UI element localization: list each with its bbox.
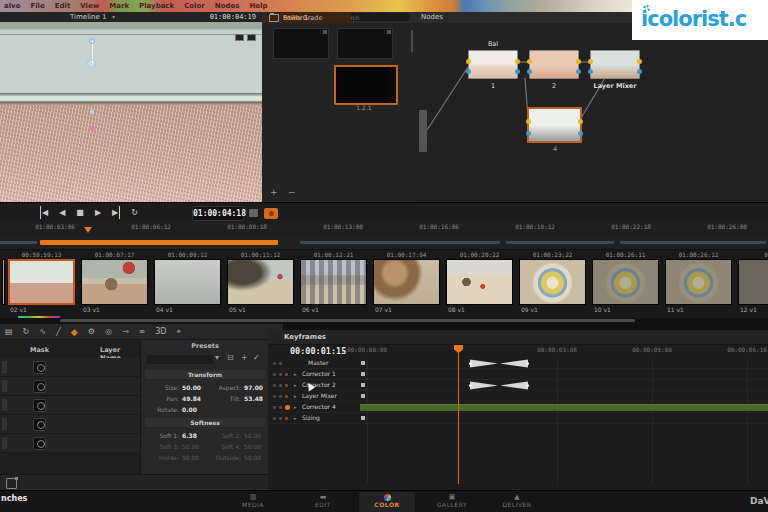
pencil-icon[interactable]: ╱ [56, 324, 61, 340]
rgb-input-dot[interactable] [466, 59, 471, 64]
clip-thumbnail[interactable]: 01:00:17:04 07 v1 [373, 250, 440, 318]
preset-select[interactable] [147, 355, 213, 364]
clip-thumbnail[interactable]: 01:00:26:12 11 v1 [665, 250, 732, 318]
menu-item[interactable]: Playback [139, 0, 174, 12]
key-icon[interactable]: ⊸ [122, 324, 129, 340]
clip-thumbnail[interactable]: 00:59:59:13 02 v1 [8, 250, 75, 318]
track-enable-icon[interactable] [279, 362, 282, 365]
track-enable-icon[interactable] [279, 395, 282, 398]
power-window-softness-point[interactable] [90, 126, 95, 131]
keyframe-dot[interactable] [361, 394, 365, 398]
clip-image[interactable] [665, 259, 732, 305]
apply-preset-icon[interactable]: ✓ [253, 353, 260, 362]
current-clip-range[interactable] [40, 240, 278, 245]
rgb-input-dot[interactable] [526, 119, 531, 124]
gallery-still-slot[interactable] [337, 28, 393, 59]
field-value[interactable]: 0.00 [182, 404, 197, 415]
clip-image[interactable] [8, 259, 75, 305]
field-value[interactable]: 50.00 [244, 452, 261, 463]
circle-icon[interactable]: ◎ [105, 324, 112, 340]
timeline-dropdown-icon[interactable]: ▾ [112, 13, 115, 20]
source-node[interactable] [419, 110, 427, 152]
mask-toggle-button[interactable] [33, 399, 46, 412]
track-enable-icon[interactable] [279, 406, 282, 409]
gear-icon[interactable]: ⚙ [88, 324, 95, 340]
dropper-icon[interactable]: ⌖ [177, 324, 182, 340]
menu-item[interactable]: alve [4, 0, 20, 12]
mask-toggle-button[interactable] [33, 380, 46, 393]
menu-item[interactable]: File [30, 0, 44, 12]
clip-image[interactable] [227, 259, 294, 305]
keyframe-track[interactable]: ▸ Corrector 2 [268, 380, 768, 391]
clips-scrollbar[interactable] [60, 319, 635, 322]
skip-end-icon[interactable]: ▶ [112, 206, 120, 219]
key-input-dot[interactable] [588, 69, 593, 74]
track-lock-icon[interactable] [273, 373, 276, 376]
menu-item[interactable]: View [80, 0, 99, 12]
window-shape-row[interactable] [0, 434, 140, 453]
clip-thumbnail[interactable]: 01:00:09:12 04 v1 [154, 250, 221, 318]
clip-thumbnail[interactable]: 01:00:23:22 09 v1 [519, 250, 586, 318]
keyframe-track[interactable]: ▸ Corrector 4 [268, 402, 768, 413]
power-window-top-handle[interactable] [89, 38, 95, 44]
track-lock-icon[interactable] [273, 406, 276, 409]
timeline-track[interactable] [0, 236, 768, 249]
expand-triangle-icon[interactable]: ▸ [294, 380, 297, 390]
track-lock-icon[interactable] [273, 417, 276, 420]
track-enable-icon[interactable] [279, 384, 282, 387]
clip-image[interactable] [154, 259, 221, 305]
clip-image[interactable] [446, 259, 513, 305]
field-value[interactable]: 50.00 [244, 441, 261, 452]
keyframes-playhead-line[interactable] [458, 352, 459, 484]
rgb-input-dot[interactable] [527, 59, 532, 64]
keyframe-span-marker[interactable] [468, 359, 530, 368]
track-lock-icon[interactable] [273, 395, 276, 398]
gallery-scrollbar[interactable] [411, 30, 413, 52]
clip-info-icon[interactable] [249, 209, 258, 217]
corrector-node[interactable] [590, 50, 640, 79]
clip-thumbnail[interactable]: 01:00:20:22 08 v1 [446, 250, 513, 318]
key-output-dot[interactable] [578, 131, 583, 136]
expand-triangle-icon[interactable]: ▸ [294, 413, 297, 423]
loop-icon[interactable]: ↻ [131, 206, 138, 219]
viewer-image[interactable] [0, 22, 262, 202]
play-icon[interactable]: ▶ [95, 206, 101, 219]
keyframe-track[interactable]: ▸ Corrector 1 [268, 369, 768, 380]
rgb-input-dot[interactable] [588, 59, 593, 64]
clip-thumbnail[interactable]: 01:00:12:21 06 v1 [300, 250, 367, 318]
expand-triangle-icon[interactable]: ▸ [294, 369, 297, 379]
power-window-point[interactable] [90, 110, 94, 114]
keyframe-span-marker[interactable] [468, 381, 530, 390]
keyframe-dot[interactable] [361, 416, 365, 420]
link-icon[interactable]: ∞ [139, 324, 146, 340]
grab-still-camera-icon[interactable] [264, 208, 278, 219]
mask-toggle-button[interactable] [33, 418, 46, 431]
timeline-name[interactable]: Timeline 1 [70, 13, 106, 21]
gallery-folder[interactable]: PowerGrade [265, 12, 351, 23]
field-value[interactable]: 6.38 [182, 430, 197, 441]
window-shape-row[interactable] [0, 396, 140, 415]
track-lock-icon[interactable] [273, 362, 276, 365]
clip-image[interactable] [81, 259, 148, 305]
page-button[interactable]: ▲ DELIVER [489, 492, 545, 512]
clip-image[interactable] [738, 259, 768, 305]
menu-item[interactable]: Nodes [215, 0, 240, 12]
track-enable-icon[interactable] [279, 373, 282, 376]
page-button[interactable]: COLOR [359, 492, 415, 512]
mask-toggle-button[interactable] [33, 437, 46, 450]
gallery-still-thumbnail[interactable] [334, 65, 398, 105]
key-input-dot[interactable] [526, 131, 531, 136]
power-window-center-handle[interactable] [87, 59, 96, 68]
field-value[interactable]: 50.00 [182, 441, 199, 452]
expand-triangle-icon[interactable]: ▸ [294, 391, 297, 401]
stop-icon[interactable]: ■ [76, 206, 84, 219]
key-input-dot[interactable] [527, 69, 532, 74]
menu-item[interactable]: Edit [55, 0, 71, 12]
keyframes-ruler[interactable]: 00:00:00:0000:00:03:0800:00:05:0000:00:0… [360, 345, 768, 358]
clip-thumbnail[interactable]: 01:0 12 v1 [738, 250, 768, 318]
clip-thumbnail[interactable]: 01:00:07:17 03 v1 [81, 250, 148, 318]
page-button[interactable]: ▬ EDIT [295, 492, 351, 512]
field-value[interactable]: 49.84 [182, 393, 201, 404]
delete-preset-icon[interactable]: ⊟ [227, 353, 234, 362]
field-value[interactable]: 50.00 [244, 430, 261, 441]
